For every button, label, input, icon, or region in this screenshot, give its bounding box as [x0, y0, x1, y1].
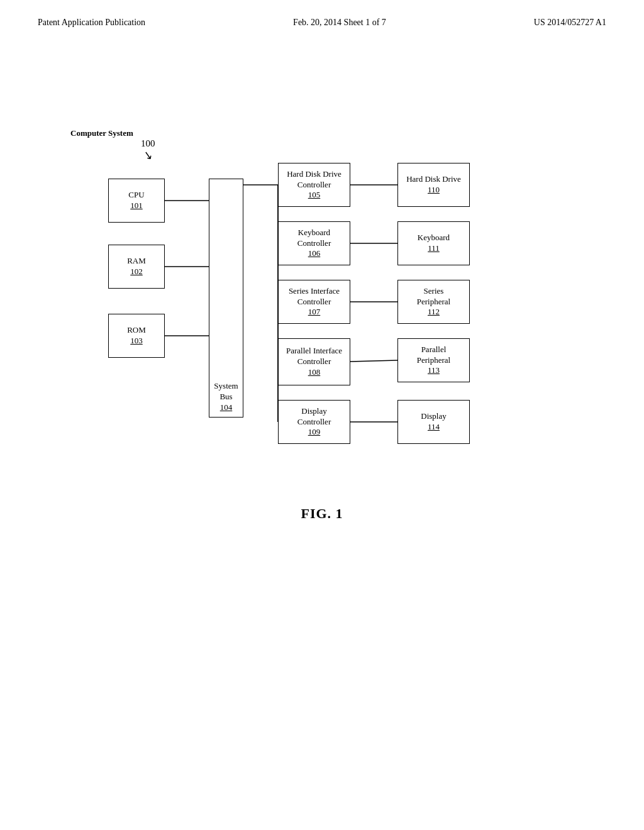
system-number: 100 — [141, 138, 155, 149]
page-header: Patent Application Publication Feb. 20, … — [0, 0, 644, 28]
hdd-box: Hard Disk Drive 110 — [397, 163, 470, 207]
keyboard-controller-box: Keyboard Controller 106 — [278, 221, 350, 265]
display-box: Display 114 — [397, 400, 470, 444]
series-peripheral-box: Series Peripheral 112 — [397, 280, 470, 324]
series-interface-controller-box: Series Interface Controller 107 — [278, 280, 350, 324]
rom-box: ROM 103 — [108, 314, 165, 358]
display-controller-box: Display Controller 109 — [278, 400, 350, 444]
hdd-controller-box: Hard Disk Drive Controller 105 — [278, 163, 350, 207]
diagram-area: Computer System 100 ↙ — [70, 128, 574, 480]
svg-line-12 — [350, 360, 397, 362]
keyboard-box: Keyboard 111 — [397, 221, 470, 265]
header-center: Feb. 20, 2014 Sheet 1 of 7 — [293, 18, 386, 28]
header-left: Patent Application Publication — [38, 18, 145, 28]
ram-box: RAM 102 — [108, 245, 165, 289]
parallel-interface-controller-box: Parallel Interface Controller 108 — [278, 338, 350, 385]
system-arrow: ↙ — [142, 148, 154, 163]
system-bus-box: System Bus 104 — [209, 179, 243, 418]
header-right: US 2014/052727 A1 — [534, 18, 606, 28]
figure-caption: FIG. 1 — [0, 506, 644, 522]
cpu-box: CPU 101 — [108, 179, 165, 223]
computer-system-label: Computer System — [70, 128, 133, 138]
parallel-peripheral-box: Parallel Peripheral 113 — [397, 338, 470, 382]
